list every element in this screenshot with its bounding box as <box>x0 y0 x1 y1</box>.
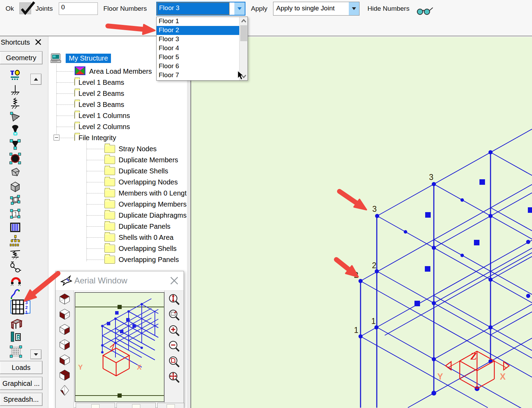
pinned-support-icon[interactable] <box>9 84 31 97</box>
aerial-titlebar[interactable]: Aerial Window <box>56 271 184 291</box>
tree-item[interactable]: Level 2 Columns <box>74 121 130 132</box>
tree-subitem[interactable]: Duplicate Panels <box>104 221 170 232</box>
floor-dropdown-option[interactable]: Floor 5 <box>157 53 239 62</box>
zoom-window-button[interactable] <box>166 308 181 323</box>
tree-item[interactable]: Level 1 Columns <box>74 110 130 121</box>
iso-view-button-5[interactable] <box>57 352 72 368</box>
scrollbar-thumb[interactable] <box>240 25 247 41</box>
aerial-bottom-button-1[interactable] <box>76 403 115 408</box>
tree-subitem[interactable]: Shells with 0 Area <box>104 232 174 243</box>
floor-combobox-dropdown-button[interactable] <box>234 2 245 15</box>
clip-plane-handle[interactable] <box>118 393 122 398</box>
scroll-up-icon[interactable] <box>241 18 246 24</box>
tree-item[interactable]: Area Load Members <box>74 66 152 77</box>
magnet-icon[interactable] <box>9 274 31 287</box>
origin-cube <box>446 351 509 389</box>
floor-dropdown-option[interactable]: Floor 1 <box>157 17 239 26</box>
tree-subitem[interactable]: Duplicate Diaphragms <box>104 210 187 221</box>
floor-dropdown-option[interactable]: Floor 4 <box>157 44 239 53</box>
tree-subitem[interactable]: Overlapping Shells <box>104 243 177 254</box>
apply-combobox-dropdown-button[interactable] <box>349 2 359 15</box>
aerial-preview[interactable]: Y X <box>75 292 165 402</box>
tree-item[interactable]: Level 1 Beams <box>74 77 124 88</box>
panel-splitter-left[interactable] <box>43 36 48 408</box>
plate-element-icon[interactable] <box>9 137 31 151</box>
iso-view-button-6[interactable] <box>57 368 72 383</box>
graphical-button[interactable]: Graphical ... <box>0 377 43 390</box>
zoom-page-button[interactable] <box>166 354 181 370</box>
solid-wedge-icon[interactable] <box>9 166 31 180</box>
tree-item[interactable]: File Integrity <box>74 132 116 143</box>
floor-number-label: 3 <box>429 173 433 182</box>
circular-plate-icon[interactable] <box>9 152 31 165</box>
floor-numbers-grid-icon[interactable]: 321 <box>10 300 30 314</box>
tree-subitem[interactable]: Duplicate Members <box>104 154 178 165</box>
scroll-up-button[interactable] <box>30 74 41 85</box>
linkage-icon[interactable] <box>9 261 31 274</box>
panel-splitter-right[interactable] <box>187 36 191 408</box>
apply-combobox[interactable]: Apply to single Joint <box>273 2 360 16</box>
iso-view-button-2[interactable] <box>57 307 72 322</box>
node-numbering-icon[interactable] <box>9 69 31 82</box>
zoom-all-button[interactable] <box>166 370 181 385</box>
spreadsheets-button[interactable]: Spreadsh... <box>0 393 43 406</box>
loads-button[interactable]: Loads <box>0 361 43 374</box>
wall-panel-icon[interactable] <box>9 221 31 234</box>
glasses-icon[interactable] <box>417 6 434 16</box>
tree-item[interactable]: Level 2 Beams <box>74 88 124 99</box>
dropdown-scrollbar[interactable] <box>239 17 248 80</box>
close-icon[interactable] <box>170 276 179 285</box>
spline-icon[interactable] <box>9 288 31 301</box>
floor-combobox[interactable]: Floor 3 <box>156 2 245 16</box>
ground-spring-icon[interactable] <box>9 247 31 261</box>
aerial-model-thumbnail: Y X <box>75 293 164 401</box>
joints-input[interactable]: 0 <box>59 2 98 15</box>
tree-subitem[interactable]: Duplicate Shells <box>104 165 168 176</box>
geometry-button[interactable]: Geometry <box>0 51 43 64</box>
svg-text:1: 1 <box>25 310 28 315</box>
iso-view-button-1[interactable] <box>57 291 72 307</box>
scroll-down-icon[interactable] <box>241 73 246 79</box>
model-canvas[interactable]: Z Y X 332211 <box>191 37 532 408</box>
more-tools-button[interactable] <box>30 350 41 359</box>
zoom-window-icon <box>167 309 180 322</box>
rigid-link-icon[interactable] <box>9 124 31 137</box>
tree-subitem[interactable]: Members with 0 Length <box>104 188 187 199</box>
iso-view-button-7[interactable] <box>57 383 72 398</box>
axis-y-label: Y <box>437 372 443 381</box>
floor-dropdown-option[interactable]: Floor 2 <box>157 26 239 35</box>
aerial-axis-x-label: X <box>137 363 142 371</box>
floor-dropdown-option[interactable]: Floor 6 <box>157 62 239 71</box>
frame-3d-icon[interactable] <box>9 317 31 330</box>
tree-item[interactable]: Level 3 Beams <box>74 99 124 110</box>
zoom-in-button[interactable] <box>166 323 181 338</box>
spring-support-icon[interactable] <box>9 97 31 110</box>
zoom-out-button[interactable] <box>166 339 181 354</box>
ok-checkbox[interactable] <box>19 2 31 14</box>
zoom-vertical-extents-button[interactable] <box>166 292 181 307</box>
close-icon[interactable] <box>35 38 42 46</box>
gray-panel-icon[interactable] <box>9 193 31 207</box>
wall-opening-icon[interactable] <box>9 330 31 344</box>
clip-plane-handle[interactable] <box>118 305 122 309</box>
tree-collapse-toggle[interactable] <box>54 135 59 140</box>
tree-root-label[interactable]: My Structure <box>66 54 111 63</box>
tree-subitem[interactable]: Overlapping Panels <box>104 254 179 265</box>
folder-icon <box>104 211 115 219</box>
tree-subitem[interactable]: Overlapping Members <box>104 199 187 210</box>
aerial-bottom-button-2[interactable] <box>116 403 156 408</box>
tree-subitem[interactable]: Stray Nodes <box>104 143 157 154</box>
floor-dropdown-option[interactable]: Floor 3 <box>157 35 239 44</box>
iso-view-button-4[interactable] <box>57 337 72 352</box>
iso-view-button-3[interactable] <box>57 322 72 337</box>
mesh-grid-icon[interactable] <box>9 345 31 358</box>
boundary-release-icon[interactable] <box>9 110 31 124</box>
tree-subitem[interactable]: Overlapping Nodes <box>104 176 178 188</box>
floor-dropdown-option[interactable]: Floor 7 <box>157 71 239 80</box>
solid-cube-icon[interactable] <box>9 180 31 193</box>
tree-root[interactable]: My Structure <box>50 53 111 64</box>
story-levels-icon[interactable] <box>9 234 31 247</box>
aerial-window[interactable]: Aerial Window <box>55 271 184 408</box>
panel-one-icon[interactable]: 1 <box>9 207 31 220</box>
aerial-bottom-button-3[interactable] <box>157 403 184 408</box>
